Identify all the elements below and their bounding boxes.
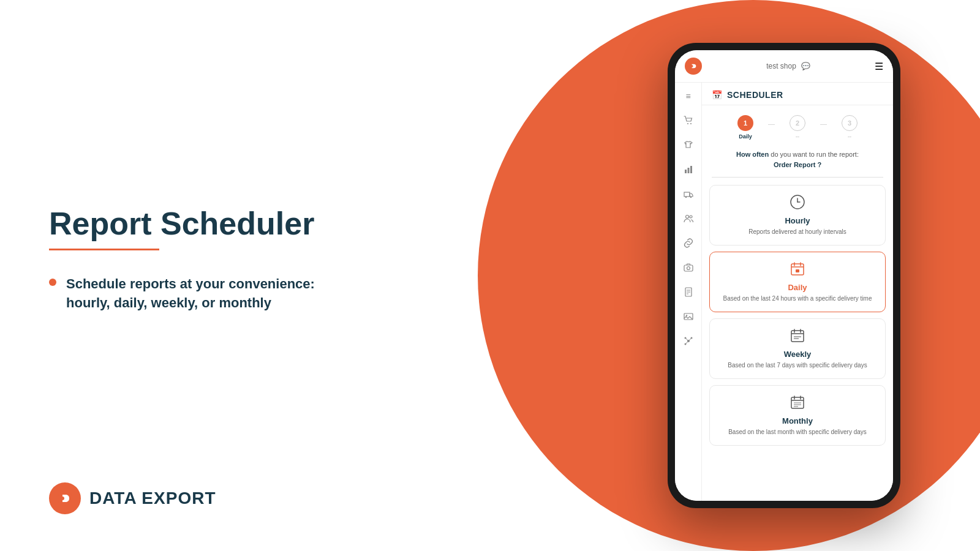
bullet-item: Schedule reports at your convenience: ho… [49, 275, 355, 313]
svg-point-11 [690, 197, 691, 198]
step-separator-1: — [768, 120, 775, 127]
scheduler-icon: 📅 [712, 90, 722, 100]
daily-title: Daily [788, 283, 807, 292]
sidebar-icon-tshirt[interactable] [681, 138, 696, 152]
svg-rect-37 [791, 331, 804, 342]
logo-area: DATA EXPORT [49, 482, 355, 514]
sidebar-icon-camera[interactable] [681, 260, 696, 275]
svg-rect-8 [690, 166, 692, 173]
svg-point-12 [685, 216, 688, 219]
svg-point-10 [685, 197, 686, 198]
svg-rect-36 [796, 269, 799, 272]
weekly-title: Weekly [784, 350, 812, 359]
sidebar-icon-image[interactable] [681, 309, 696, 324]
chat-icon: 💬 [801, 62, 810, 70]
sidebar-icon-cart[interactable] [681, 113, 696, 128]
svg-point-15 [687, 267, 690, 270]
logo-icon [49, 482, 81, 514]
step-3-circle: 3 [842, 115, 858, 131]
content-divider [712, 177, 883, 178]
phone-screen: test shop 💬 ☰ ≡ [675, 50, 893, 501]
sidebar-icon-doc[interactable] [681, 285, 696, 299]
sidebar-icon-analytics[interactable] [681, 162, 696, 177]
svg-line-27 [688, 338, 692, 341]
logo-text: DATA EXPORT [89, 489, 216, 508]
svg-point-4 [687, 123, 688, 124]
sidebar-icon-link[interactable] [681, 236, 696, 250]
phone-sidebar: ≡ [675, 83, 702, 501]
sidebar-hamburger[interactable]: ≡ [681, 89, 696, 103]
hourly-title: Hourly [785, 216, 810, 225]
hourly-icon [790, 194, 805, 214]
shop-name: test shop [766, 62, 796, 70]
card-weekly[interactable]: Weekly Based on the last 7 days with spe… [709, 318, 886, 379]
svg-point-1 [61, 497, 64, 500]
svg-rect-14 [684, 265, 693, 271]
step-1[interactable]: 1 Daily [737, 115, 753, 140]
sidebar-icon-users[interactable] [681, 211, 696, 226]
card-monthly[interactable]: Monthly Based on the last month with spe… [709, 385, 886, 446]
question-strong: How often [736, 151, 769, 158]
card-hourly[interactable]: Hourly Reports delivered at hourly inter… [709, 185, 886, 246]
svg-line-26 [685, 338, 688, 341]
question-text: How often do you want to run the report:… [702, 144, 893, 177]
phone-body: ≡ [675, 83, 893, 501]
bullet-text: Schedule reports at your convenience: ho… [66, 275, 355, 313]
step-2-label: -- [796, 133, 799, 140]
weekly-desc: Based on the last 7 days with specific d… [728, 361, 867, 370]
svg-rect-7 [687, 168, 689, 173]
svg-rect-9 [684, 192, 690, 197]
step-separator-2: — [820, 120, 827, 127]
monthly-icon [790, 394, 805, 414]
phone-device: test shop 💬 ☰ ≡ [668, 43, 900, 508]
svg-line-28 [685, 341, 688, 344]
sidebar-icon-shipping[interactable] [681, 187, 696, 201]
steps-row: 1 Daily — 2 -- — [702, 105, 893, 144]
daily-icon [790, 261, 805, 280]
question-rest: do you want to run the report: [771, 151, 859, 158]
report-name: Order Report ? [774, 161, 821, 168]
monthly-desc: Based on the last month with specific de… [728, 428, 867, 437]
hourly-desc: Reports delivered at hourly intervals [748, 228, 846, 236]
topbar-menu-icon[interactable]: ☰ [875, 61, 883, 72]
left-content: Report Scheduler Schedule reports at you… [49, 37, 355, 482]
step-3-label: -- [848, 133, 851, 140]
step-2[interactable]: 2 -- [790, 115, 805, 140]
svg-point-5 [690, 123, 692, 124]
topbar-center: test shop 💬 [766, 62, 810, 70]
left-panel: Report Scheduler Schedule reports at you… [0, 0, 392, 551]
step-1-circle: 1 [737, 115, 753, 131]
hamburger-icon[interactable]: ☰ [875, 61, 883, 72]
weekly-icon [790, 328, 805, 347]
daily-desc: Based on the last 24 hours with a specif… [723, 294, 872, 303]
sidebar-icon-affiliate[interactable] [681, 334, 696, 348]
scheduler-title: SCHEDULER [727, 90, 783, 100]
card-daily[interactable]: Daily Based on the last 24 hours with a … [709, 252, 886, 312]
topbar-logo-icon [685, 58, 702, 75]
svg-rect-6 [685, 170, 687, 173]
schedule-cards: Hourly Reports delivered at hourly inter… [702, 185, 893, 446]
phone-topbar: test shop 💬 ☰ [675, 50, 893, 83]
scheduler-header: 📅 SCHEDULER [702, 83, 893, 105]
phone-main[interactable]: 📅 SCHEDULER 1 Daily — [702, 83, 893, 501]
phone-container: test shop 💬 ☰ ≡ [668, 43, 900, 508]
svg-point-3 [691, 65, 693, 67]
title-underline [49, 249, 159, 250]
svg-point-13 [690, 216, 692, 218]
monthly-title: Monthly [782, 416, 813, 425]
bullet-dot [49, 279, 56, 286]
step-1-label: Daily [739, 133, 752, 140]
page-title: Report Scheduler [49, 206, 355, 241]
step-3[interactable]: 3 -- [842, 115, 858, 140]
step-2-circle: 2 [790, 115, 805, 131]
